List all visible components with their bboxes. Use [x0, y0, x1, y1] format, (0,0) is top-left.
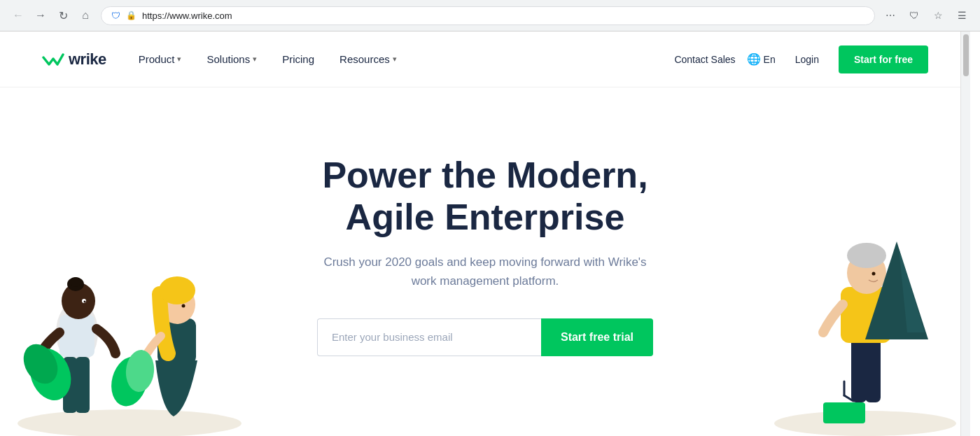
logo-text: wrike	[69, 50, 106, 69]
nav-right: Contact Sales 🌐 En Login Start for free	[674, 45, 928, 73]
navbar: wrike Product ▾ Solutions ▾ Pricing Reso…	[0, 31, 970, 87]
nav-solutions[interactable]: Solutions ▾	[195, 48, 268, 71]
menu-button[interactable]: ☰	[952, 6, 972, 25]
nav-pricing[interactable]: Pricing	[271, 48, 326, 71]
shield-action-button[interactable]: 🛡	[904, 6, 924, 25]
svg-point-9	[84, 301, 86, 303]
contact-sales[interactable]: Contact Sales	[674, 54, 735, 65]
lock-icon: 🔒	[126, 10, 136, 20]
svg-rect-2	[59, 315, 94, 357]
back-button[interactable]: ←	[8, 6, 28, 25]
svg-rect-4	[76, 357, 90, 413]
forward-button[interactable]: →	[31, 6, 50, 25]
trial-button[interactable]: Start free trial	[541, 318, 653, 356]
resources-arrow: ▾	[393, 55, 397, 64]
logo-icon	[42, 52, 64, 67]
svg-point-7	[71, 277, 80, 287]
logo[interactable]: wrike	[42, 50, 106, 69]
hero-section: Power the Modern, Agile Enterprise Crush…	[0, 87, 970, 436]
language-selector[interactable]: 🌐 En	[747, 52, 776, 66]
bookmark-button[interactable]: ☆	[928, 6, 948, 25]
nav-product[interactable]: Product ▾	[127, 48, 193, 71]
shield-icon: 🛡	[111, 10, 120, 21]
svg-point-14	[159, 276, 195, 304]
email-input[interactable]	[317, 318, 541, 356]
illustration-left	[0, 192, 259, 436]
hero-cta: Start free trial	[317, 318, 653, 356]
home-button[interactable]: ⌂	[76, 6, 95, 25]
svg-point-29	[872, 272, 876, 276]
svg-rect-20	[823, 402, 865, 423]
browser-actions: ⋯ 🛡 ☆ ☰	[881, 6, 972, 25]
illustration-right	[760, 157, 970, 436]
nav-resources[interactable]: Resources ▾	[328, 48, 408, 71]
globe-icon: 🌐	[747, 52, 761, 66]
url-text: https://www.wrike.com	[142, 10, 232, 21]
address-bar[interactable]: 🛡 🔒 https://www.wrike.com	[101, 6, 875, 25]
nav-links: Product ▾ Solutions ▾ Pricing Resources …	[127, 48, 675, 71]
svg-point-28	[847, 243, 886, 268]
login-button[interactable]: Login	[787, 48, 827, 71]
hero-subtitle: Crush your 2020 goals and keep moving fo…	[310, 253, 660, 290]
nav-buttons: ← → ↻ ⌂	[8, 6, 95, 25]
product-arrow: ▾	[177, 55, 181, 64]
start-free-button[interactable]: Start for free	[839, 45, 928, 73]
refresh-button[interactable]: ↻	[53, 6, 73, 25]
svg-point-15	[182, 304, 186, 308]
hero-title: Power the Modern, Agile Enterprise	[322, 155, 648, 239]
extensions-button[interactable]: ⋯	[881, 6, 900, 25]
solutions-arrow: ▾	[253, 55, 257, 64]
svg-point-0	[18, 409, 241, 436]
